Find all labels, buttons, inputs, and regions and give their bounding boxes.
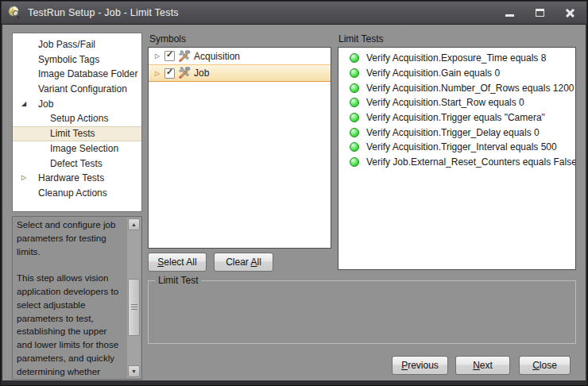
status-led-green-icon — [350, 53, 359, 63]
scroll-up-button[interactable]: ▲ — [128, 218, 140, 230]
sidebar-item-label: Image Selection — [13, 141, 118, 156]
limit-test-label: Verify Acquisition.Trigger_Interval equa… — [366, 141, 557, 152]
limit-test-label: Verify Acquisition.Number_Of_Rows equals… — [366, 83, 574, 94]
clear-all-button[interactable]: Clear All — [214, 253, 273, 272]
description-paragraph: This step allows vision application deve… — [17, 272, 123, 377]
limit-test-label: Verify Acquisition.Start_Row equals 0 — [366, 97, 524, 108]
sidebar-item-label: Symbolic Tags — [13, 52, 99, 68]
limit-tests-label: Limit Tests — [338, 33, 383, 44]
description-text: Select and configure job parameters for … — [17, 218, 123, 377]
sidebar-item-label: Job — [13, 97, 53, 112]
limit-test-item[interactable]: Verify Acquisition.Number_Of_Rows equals… — [338, 80, 575, 95]
scroll-grip-icon — [131, 304, 137, 311]
tools-icon — [178, 50, 191, 63]
limit-test-group-label: Limit Test — [155, 275, 201, 286]
next-button[interactable]: Next — [455, 356, 510, 375]
symbol-label: Job — [194, 68, 209, 79]
sidebar-item-cleanup-actions[interactable]: Cleanup Actions — [13, 186, 141, 201]
limit-test-label: Verify Acquisition.Exposure_Time equals … — [366, 52, 546, 64]
sidebar-item-label: Variant Configuration — [13, 82, 127, 97]
status-led-green-icon — [350, 83, 359, 93]
dialog-body: Job Pass/FailSymbolic TagsImage Database… — [2, 25, 586, 380]
limit-test-item[interactable]: Verify Acquisition.Start_Row equals 0 — [338, 95, 575, 110]
sidebar-item-image-selection[interactable]: Image Selection — [13, 141, 141, 156]
sidebar-item-label: Setup Actions — [13, 111, 108, 126]
description-scrollbar[interactable]: ▲ ▼ — [127, 218, 141, 378]
limit-test-item[interactable]: Verify Acquisition.Gain equals 0 — [338, 66, 575, 81]
limit-test-item[interactable]: Verify Job.External_Reset_Counters equal… — [338, 155, 575, 170]
checkmark-icon: ✓ — [166, 67, 173, 77]
minimize-button[interactable] — [499, 5, 520, 21]
sidebar-item-symbolic-tags[interactable]: Symbolic Tags — [13, 52, 141, 68]
limit-test-label: Verify Job.External_Reset_Counters equal… — [366, 156, 576, 168]
scroll-down-button[interactable]: ▼ — [128, 365, 140, 377]
close-icon — [565, 8, 575, 18]
maximize-icon — [536, 9, 544, 17]
limit-test-item[interactable]: Verify Acquisition.Trigger_Interval equa… — [338, 140, 575, 155]
sidebar-item-label: Image Database Folder — [13, 67, 137, 82]
sidebar-item-job[interactable]: ◢Job — [13, 97, 141, 112]
sidebar-item-label: Cleanup Actions — [13, 186, 107, 201]
expand-arrow-icon[interactable]: ▷ — [21, 171, 33, 186]
limit-test-label: Verify Acquisition.Trigger_Delay equals … — [366, 127, 540, 138]
sidebar-item-image-database-folder[interactable]: Image Database Folder — [13, 67, 141, 82]
sidebar-item-label: Limit Tests — [13, 127, 95, 141]
symbols-list: ▷✓ Acquisition▷✓ Job — [148, 47, 331, 249]
sidebar-item-label: Job Pass/Fail — [13, 37, 95, 52]
limit-test-label: Verify Acquisition.Trigger equals "Camer… — [366, 112, 545, 123]
status-led-green-icon — [350, 157, 359, 167]
sidebar-item-hardware-tests[interactable]: ▷Hardware Tests — [13, 171, 141, 186]
window-controls — [499, 2, 580, 24]
window-title: TestRun Setup - Job - Limit Tests — [28, 7, 179, 18]
tools-icon — [178, 67, 191, 79]
symbol-checkbox[interactable]: ✓ — [164, 51, 175, 61]
app-icon — [7, 6, 21, 20]
sidebar-item-defect-tests[interactable]: Defect Tests — [13, 156, 141, 172]
status-led-green-icon — [350, 68, 359, 78]
symbol-row-acquisition[interactable]: ▷✓ Acquisition — [149, 48, 331, 64]
status-led-green-icon — [350, 98, 359, 107]
scroll-thumb[interactable] — [128, 279, 140, 336]
close-dialog-button[interactable]: Close — [519, 356, 571, 375]
symbol-row-job[interactable]: ▷✓ Job — [149, 64, 331, 82]
status-led-green-icon — [350, 142, 359, 152]
close-button[interactable] — [559, 5, 580, 21]
sidebar-item-setup-actions[interactable]: Setup Actions — [13, 111, 141, 126]
sidebar-item-variant-configuration[interactable]: Variant Configuration — [13, 82, 141, 97]
limit-test-item[interactable]: Verify Acquisition.Exposure_Time equals … — [338, 51, 575, 66]
maximize-button[interactable] — [529, 5, 550, 21]
symbol-checkbox[interactable]: ✓ — [164, 68, 175, 79]
description-box: Select and configure job parameters for … — [12, 216, 142, 380]
title-bar: TestRun Setup - Job - Limit Tests — [2, 2, 586, 25]
expand-arrow-icon[interactable]: ▷ — [153, 70, 162, 77]
limit-test-group: Limit Test — [148, 280, 576, 344]
sidebar-item-limit-tests[interactable]: Limit Tests — [13, 126, 141, 141]
description-paragraph: Select and configure job parameters for … — [17, 218, 123, 258]
status-led-green-icon — [350, 113, 359, 122]
limit-test-item[interactable]: Verify Acquisition.Trigger equals "Camer… — [338, 110, 575, 125]
minimize-icon — [505, 14, 514, 17]
previous-button[interactable]: Previous — [392, 356, 448, 375]
limit-test-item[interactable]: Verify Acquisition.Trigger_Delay equals … — [338, 125, 575, 140]
collapse-arrow-icon[interactable]: ◢ — [21, 97, 33, 112]
limit-tests-list: Verify Acquisition.Exposure_Time equals … — [338, 47, 576, 270]
testrun-setup-window: TestRun Setup - Job - Limit Tests Job Pa… — [0, 0, 588, 386]
expand-arrow-icon[interactable]: ▷ — [153, 52, 162, 60]
select-all-button[interactable]: Select All — [148, 253, 207, 272]
sidebar-item-job-pass-fail[interactable]: Job Pass/Fail — [13, 37, 141, 52]
sidebar-item-label: Defect Tests — [13, 156, 103, 172]
symbol-label: Acquisition — [194, 51, 240, 62]
status-led-green-icon — [350, 128, 359, 137]
symbols-label: Symbols — [149, 33, 186, 44]
limit-test-label: Verify Acquisition.Gain equals 0 — [366, 68, 500, 79]
checkmark-icon: ✓ — [166, 49, 173, 60]
navigation-panel: Job Pass/FailSymbolic TagsImage Database… — [12, 33, 142, 212]
